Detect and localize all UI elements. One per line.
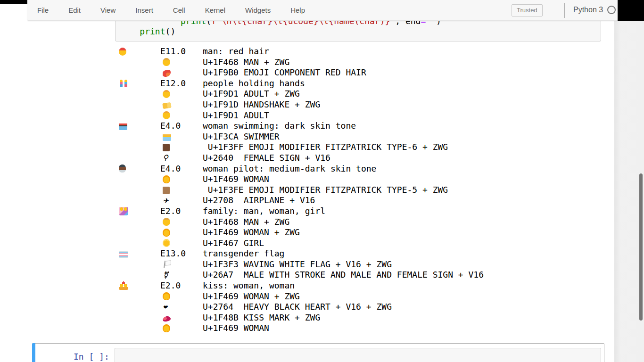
- selected-cell-indicator: [32, 343, 35, 362]
- emoji-component-row: ✈U+2708 AIRPLANE + V16: [119, 195, 484, 206]
- emoji-component-row: ❤U+2764 HEAVY BLACK HEART + V16 + ZWG: [119, 302, 484, 313]
- codepoint-text: U+1F469 WOMAN + ZWG: [203, 291, 300, 302]
- emoji-version: E4.0: [160, 121, 203, 132]
- emoji-woman-icon: [163, 229, 170, 237]
- codepoint-text: U+1F48B KISS MARK + ZWG: [203, 313, 320, 323]
- codepoint-text: U+1F467 GIRL: [203, 238, 264, 249]
- emoji-version: E4.0: [160, 164, 203, 174]
- emoji-name: family: man, woman, girl: [203, 206, 325, 217]
- emoji-name: woman pilot: medium-dark skin tone: [203, 164, 376, 174]
- emoji-man-icon: [163, 218, 170, 226]
- kernel-idle-icon: [607, 6, 616, 14]
- codepoint-text: U+26A7 MALE WITH STROKE AND MALE AND FEM…: [203, 270, 484, 280]
- menu-item-edit[interactable]: Edit: [58, 0, 91, 20]
- codepoint-text: U+1F3CA SWIMMER: [203, 132, 280, 142]
- emoji-name: transgender flag: [203, 248, 284, 259]
- emoji-sequence-row: E11.0man: red hair: [119, 46, 484, 57]
- emoji-woman-pilot-icon: [119, 165, 126, 173]
- codepoint-text: U+1F468 MAN + ZWG: [203, 217, 289, 228]
- menu-item-kernel[interactable]: Kernel: [195, 0, 235, 20]
- emoji-version: E11.0: [160, 46, 203, 57]
- codepoint-text: U+1F3FF EMOJI MODIFIER FITZPATRICK TYPE-…: [203, 142, 448, 153]
- codepoint-text: U+1F3F3 WAVING WHITE FLAG + V16 + ZWG: [203, 259, 392, 270]
- emoji-component-row: U+1F469 WOMAN: [119, 323, 484, 334]
- emoji-version: E2.0: [160, 206, 203, 217]
- codepoint-text: U+2764 HEAVY BLACK HEART + V16 + ZWG: [203, 302, 392, 313]
- emoji-component-row: U+1F468 MAN + ZWG: [119, 57, 484, 68]
- emoji-component-row: U+1F469 WOMAN: [119, 174, 484, 185]
- kernel-divider: [564, 3, 565, 18]
- emoji-handshake-icon: [162, 102, 171, 109]
- selected-code-cell[interactable]: In [ ]:: [32, 343, 604, 362]
- emoji-component-row: U+1F9D1 ADULT: [119, 110, 484, 121]
- codepoint-text: U+1F469 WOMAN: [203, 323, 269, 334]
- emoji-woman-icon: [163, 175, 170, 183]
- codepoint-text: U+1F468 MAN + ZWG: [203, 57, 289, 68]
- kernel-name: Python 3: [573, 6, 603, 14]
- female-sign-icon: ♀: [163, 154, 171, 162]
- menu-item-help[interactable]: Help: [281, 0, 315, 20]
- emoji-sequence-row: E12.0people holding hands: [119, 78, 484, 89]
- emoji-people-holding-hands-icon: [119, 79, 128, 88]
- emoji-component-row: U+1F469 WOMAN + ZWG: [119, 227, 484, 238]
- emoji-component-row: U+1F48B KISS MARK + ZWG: [119, 313, 484, 323]
- emoji-name: people holding hands: [203, 78, 305, 89]
- notebook-menubar: File Edit View Insert Cell Kernel Widget…: [27, 0, 618, 21]
- emoji-component-row: U+1F3FF EMOJI MODIFIER FITZPATRICK TYPE-…: [119, 142, 484, 153]
- codepoint-text: U+1F91D HANDSHAKE + ZWG: [203, 99, 320, 110]
- emoji-version: E2.0: [160, 280, 203, 291]
- emoji-name: man: red hair: [203, 46, 269, 57]
- emoji-transgender-flag-icon: [119, 251, 128, 258]
- emoji-man-icon: [163, 58, 170, 66]
- emoji-component-row: U+1F3FE EMOJI MODIFIER FITZPATRICK TYPE-…: [119, 185, 484, 196]
- codepoint-text: U+1F9B0 EMOJI COMPONENT RED HAIR: [203, 67, 366, 78]
- input-prompt: In [ ]:: [74, 352, 109, 362]
- menu-item-widgets[interactable]: Widgets: [235, 0, 281, 20]
- menu-item-insert[interactable]: Insert: [125, 0, 163, 20]
- menu-item-view[interactable]: View: [91, 0, 125, 20]
- trusted-badge[interactable]: Trusted: [512, 4, 543, 16]
- codepoint-text: U+1F9D1 ADULT: [203, 110, 269, 121]
- emoji-component-row: U+1F3F3 WAVING WHITE FLAG + V16 + ZWG: [119, 259, 484, 270]
- emoji-adult-icon: [163, 111, 170, 119]
- heart-icon: ❤: [163, 303, 171, 312]
- codepoint-text: U+2708 AIRPLANE + V16: [203, 195, 315, 206]
- code-input-area[interactable]: [115, 348, 601, 362]
- emoji-component-row: U+1F469 WOMAN + ZWG: [119, 291, 484, 302]
- emoji-girl-icon: [163, 239, 170, 247]
- emoji-kiss-couple-icon: [119, 281, 128, 290]
- emoji-component-row: U+1F9B0 EMOJI COMPONENT RED HAIR: [119, 67, 484, 78]
- cell-output: E11.0man: red hair U+1F468 MAN + ZWG U+1…: [119, 46, 484, 334]
- emoji-medium-dark-skin-tone-icon: [163, 187, 170, 194]
- emoji-red-hair-icon: [163, 70, 171, 77]
- emoji-sequence-row: E4.0woman pilot: medium-dark skin tone: [119, 164, 484, 174]
- menu-item-cell[interactable]: Cell: [163, 0, 195, 20]
- scrollbar-thumb[interactable]: [639, 173, 643, 321]
- emoji-woman-icon: [163, 292, 170, 300]
- emoji-kiss-mark-icon: [162, 315, 171, 322]
- emoji-sequence-row: E2.0kiss: woman, woman: [119, 280, 484, 291]
- emoji-man-red-hair-icon: [119, 48, 126, 56]
- window-corner-edge: [618, 0, 644, 21]
- emoji-sequence-row: E4.0woman swimming: dark skin tone: [119, 121, 484, 132]
- codepoint-text: U+1F469 WOMAN: [203, 174, 269, 185]
- emoji-name: woman swimming: dark skin tone: [203, 121, 356, 132]
- emoji-sequence-row: E13.0transgender flag: [119, 248, 484, 259]
- menu-item-file[interactable]: File: [27, 0, 58, 20]
- codepoint-text: U+1F9D1 ADULT + ZWG: [203, 89, 300, 99]
- emoji-version: E12.0: [160, 78, 203, 89]
- codepoint-text: U+2640 FEMALE SIGN + V16: [203, 153, 330, 164]
- emoji-name: kiss: woman, woman: [203, 280, 295, 291]
- emoji-version: E13.0: [160, 248, 203, 259]
- emoji-component-row: U+1F9D1 ADULT + ZWG: [119, 89, 484, 99]
- emoji-component-row: U+1F3CA SWIMMER: [119, 132, 484, 142]
- code-line: print(): [119, 26, 601, 37]
- emoji-component-row: ⚧U+26A7 MALE WITH STROKE AND MALE AND FE…: [119, 270, 484, 280]
- emoji-woman-icon: [163, 324, 170, 332]
- transgender-sign-icon: ⚧: [163, 271, 171, 280]
- codepoint-text: U+1F469 WOMAN + ZWG: [203, 227, 300, 238]
- emoji-adult-icon: [163, 90, 170, 98]
- emoji-family-icon: [119, 207, 128, 215]
- emoji-component-row: U+1F91D HANDSHAKE + ZWG: [119, 99, 484, 110]
- emoji-dark-skin-tone-icon: [163, 144, 170, 151]
